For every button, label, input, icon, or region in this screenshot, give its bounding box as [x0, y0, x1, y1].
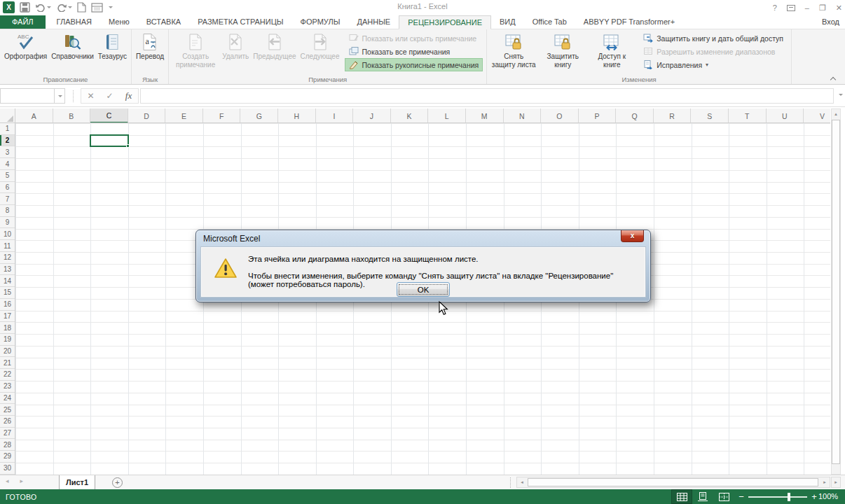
row-header-29[interactable]: 29: [0, 451, 15, 463]
column-header-R[interactable]: R: [654, 108, 692, 123]
row-header-22[interactable]: 22: [0, 369, 15, 381]
insert-function-icon[interactable]: fx: [119, 90, 138, 102]
tab-вид[interactable]: ВИД: [491, 15, 524, 29]
row-header-19[interactable]: 19: [0, 334, 15, 346]
scroll-left-icon[interactable]: ◂: [517, 477, 527, 487]
row-header-3[interactable]: 3: [0, 146, 15, 158]
column-header-E[interactable]: E: [165, 108, 203, 123]
column-header-O[interactable]: O: [541, 108, 579, 123]
row-header-16[interactable]: 16: [0, 299, 15, 311]
row-header-17[interactable]: 17: [0, 311, 15, 323]
minimize-icon[interactable]: –: [805, 4, 809, 12]
ribbon-small-button[interactable]: Показать рукописные примечания: [345, 58, 483, 71]
row-header-14[interactable]: 14: [0, 275, 15, 287]
cancel-icon[interactable]: ✕: [81, 91, 100, 101]
row-header-28[interactable]: 28: [0, 439, 15, 451]
selected-cell[interactable]: [90, 134, 129, 148]
scrollbar-corner[interactable]: ▸: [831, 477, 841, 488]
page-break-preview-button[interactable]: [713, 489, 734, 504]
column-header-P[interactable]: P: [579, 108, 617, 123]
row-header-27[interactable]: 27: [0, 428, 15, 440]
ribbon-button[interactable]: Предыдущее: [251, 30, 298, 61]
row-header-21[interactable]: 21: [0, 357, 15, 369]
row-header-23[interactable]: 23: [0, 381, 15, 393]
ribbon-button[interactable]: Удалить: [220, 30, 251, 61]
column-header-H[interactable]: H: [278, 108, 316, 123]
row-header-24[interactable]: 24: [0, 393, 15, 405]
ribbon-button[interactable]: Следующее: [298, 30, 342, 61]
column-header-G[interactable]: G: [240, 108, 278, 123]
close-icon[interactable]: ✕: [836, 4, 842, 13]
column-header-U[interactable]: U: [767, 108, 804, 123]
column-header-C[interactable]: C: [90, 108, 128, 123]
help-icon[interactable]: ?: [773, 4, 777, 12]
ribbon-button[interactable]: Справочники: [49, 30, 96, 61]
ribbon-button[interactable]: Доступ к книге: [587, 30, 636, 69]
tab-abbyy-pdf-transformer+[interactable]: ABBYY PDF Transformer+: [575, 15, 683, 29]
column-header-I[interactable]: I: [316, 108, 354, 123]
row-header-2[interactable]: 2: [0, 135, 15, 147]
column-header-T[interactable]: T: [729, 108, 767, 123]
collapse-ribbon-icon[interactable]: [830, 76, 837, 80]
row-header-12[interactable]: 12: [0, 252, 15, 264]
row-header-1[interactable]: 1: [0, 123, 15, 135]
ribbon-button[interactable]: Снять защиту листа: [489, 30, 538, 69]
tab-разметка-страницы[interactable]: РАЗМЕТКА СТРАНИЦЫ: [189, 15, 291, 29]
ribbon-small-button[interactable]: Защитить книгу и дать общий доступ: [639, 31, 788, 45]
add-sheet-button[interactable]: +: [112, 477, 123, 488]
tab-формулы[interactable]: ФОРМУЛЫ: [292, 15, 349, 29]
column-header-K[interactable]: K: [391, 108, 429, 123]
fill-handle[interactable]: [126, 144, 130, 148]
column-header-L[interactable]: L: [428, 108, 466, 123]
scroll-right-icon[interactable]: ▸: [820, 477, 830, 487]
ribbon-button[interactable]: Создать примечание: [171, 30, 220, 69]
column-header-B[interactable]: B: [53, 108, 91, 123]
ribbon-button[interactable]: aПеревод: [134, 30, 166, 61]
ribbon-button[interactable]: Защитить книгу: [538, 30, 587, 69]
ribbon-display-options-icon[interactable]: [787, 5, 795, 11]
tab-scroll-split[interactable]: [510, 477, 511, 488]
vertical-scrollbar-thumb[interactable]: [832, 120, 840, 464]
row-header-10[interactable]: 10: [0, 228, 15, 240]
ribbon-button[interactable]: ABCОрфография: [2, 30, 49, 61]
row-header-8[interactable]: 8: [0, 205, 15, 217]
tab-office-tab[interactable]: Office Tab: [524, 15, 575, 29]
ribbon-small-button[interactable]: Показать все примечания: [345, 45, 483, 58]
tab-главная[interactable]: ГЛАВНАЯ: [48, 15, 100, 29]
horizontal-scrollbar-thumb[interactable]: [528, 478, 818, 486]
row-header-5[interactable]: 5: [0, 170, 15, 182]
zoom-slider[interactable]: [748, 496, 807, 498]
restore-icon[interactable]: ❐: [819, 4, 826, 13]
sheet-nav-left-icon[interactable]: ◂: [6, 477, 9, 484]
tab-файл[interactable]: ФАЙЛ: [0, 15, 46, 29]
ribbon-button[interactable]: Тезаурус: [96, 30, 129, 61]
tab-меню[interactable]: Меню: [100, 15, 138, 29]
row-header-6[interactable]: 6: [0, 182, 15, 194]
row-header-25[interactable]: 25: [0, 404, 15, 416]
row-header-15[interactable]: 15: [0, 287, 15, 299]
zoom-out-icon[interactable]: −: [736, 491, 747, 502]
row-header-26[interactable]: 26: [0, 416, 15, 428]
column-header-Q[interactable]: Q: [616, 108, 654, 123]
zoom-level[interactable]: 100%: [818, 492, 838, 500]
sheet-tab[interactable]: Лист1: [59, 475, 95, 490]
enter-icon[interactable]: ✓: [100, 91, 119, 101]
zoom-slider-thumb[interactable]: [788, 493, 790, 501]
row-header-13[interactable]: 13: [0, 264, 15, 276]
row-header-20[interactable]: 20: [0, 346, 15, 358]
column-header-D[interactable]: D: [128, 108, 166, 123]
page-layout-view-button[interactable]: [692, 489, 713, 504]
expand-formula-bar-icon[interactable]: [839, 94, 843, 96]
column-header-V[interactable]: V: [804, 108, 830, 123]
tab-рецензирование[interactable]: РЕЦЕНЗИРОВАНИЕ: [399, 15, 491, 29]
name-box-dropdown-icon[interactable]: [55, 88, 65, 104]
sign-in-link[interactable]: Вход: [822, 18, 839, 26]
dialog-close-button[interactable]: x: [621, 230, 644, 242]
row-header-7[interactable]: 7: [0, 193, 15, 205]
ok-button[interactable]: OK: [397, 282, 450, 297]
ribbon-small-button[interactable]: Исправления▾: [639, 58, 788, 71]
normal-view-button[interactable]: [671, 489, 692, 504]
column-header-J[interactable]: J: [353, 108, 391, 123]
ribbon-small-button[interactable]: Показать или скрыть примечание: [345, 31, 483, 45]
row-header-9[interactable]: 9: [0, 217, 15, 229]
